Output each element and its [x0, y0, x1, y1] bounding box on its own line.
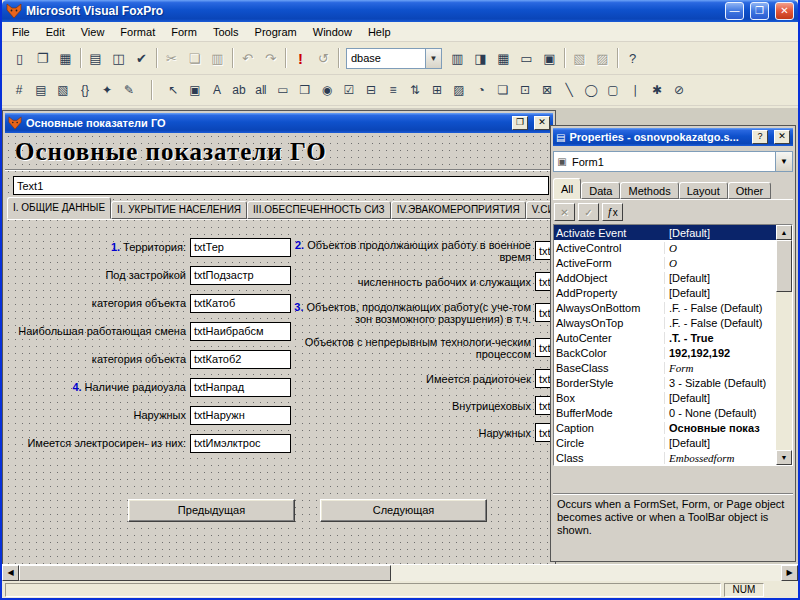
form-textbox[interactable]: txtНаибрабсм — [190, 322, 291, 341]
button-lock-button[interactable]: ⊘ — [668, 79, 690, 101]
control-button[interactable] — [140, 79, 162, 101]
command-window-button[interactable]: ▭ — [515, 47, 538, 70]
close-button[interactable]: ✕ — [775, 2, 794, 20]
previous-page-button[interactable]: Предыдущая — [128, 499, 295, 522]
property-grid-scrollbar[interactable]: ▲ ▼ — [776, 225, 792, 465]
menu-item[interactable]: Format — [112, 24, 163, 40]
form-textbox[interactable]: txtПодзастр — [190, 266, 291, 285]
editbox-control-button[interactable]: a‖ — [250, 79, 272, 101]
menu-item[interactable]: View — [73, 24, 113, 40]
accept-value-button[interactable]: ✓ — [578, 203, 599, 221]
toolbar-button[interactable] — [561, 47, 568, 70]
line-control-button[interactable]: ╲ — [558, 79, 580, 101]
activex-control-button[interactable]: ⊡ — [514, 79, 536, 101]
label-control-button[interactable]: A — [206, 79, 228, 101]
document-view-button[interactable]: ▣ — [538, 47, 561, 70]
menu-item[interactable]: Tools — [205, 24, 247, 40]
property-row[interactable]: BorderStyle 3 - Sizable (Default) — [554, 375, 776, 390]
horizontal-scrollbar[interactable]: ◀ ▶ — [2, 564, 798, 581]
select-pointer-button[interactable]: ↖ — [162, 79, 184, 101]
property-row[interactable]: Circle [Default] — [554, 435, 776, 450]
builder-lock-button[interactable]: ✱ — [646, 79, 668, 101]
database-combobox[interactable]: dbase ▼ — [346, 48, 442, 69]
property-row[interactable]: ActiveControl O — [554, 240, 776, 255]
commandgroup-control-button[interactable]: ❒ — [294, 79, 316, 101]
cut-button[interactable]: ✂ — [160, 47, 183, 70]
properties-help-button[interactable]: ? — [752, 130, 768, 144]
property-row[interactable]: Activate Event [Default] — [554, 225, 776, 240]
properties-tab[interactable]: Methods — [620, 182, 678, 199]
property-row[interactable]: AutoCenter .T. - True — [554, 330, 776, 345]
property-row[interactable]: AlwaysOnTop .F. - False (Default) — [554, 315, 776, 330]
property-row[interactable]: Caption Основные показ — [554, 420, 776, 435]
copy-button[interactable]: ❏ — [183, 47, 206, 70]
revert-button[interactable]: ↺ — [312, 47, 335, 70]
toolbar-button[interactable] — [614, 47, 621, 70]
form-tab[interactable]: I. ОБЩИЕ ДАННЫЕ — [7, 197, 111, 219]
form-textbox[interactable]: txtНапрад — [190, 378, 291, 397]
run-button[interactable]: ! — [289, 47, 312, 70]
menu-item[interactable]: Help — [360, 24, 399, 40]
grid-lines-button[interactable]: # — [8, 79, 30, 101]
spelling-button[interactable]: ✔ — [130, 47, 153, 70]
shape-control-button[interactable]: ◯ — [580, 79, 602, 101]
new-button[interactable]: ▯ — [8, 47, 31, 70]
menu-item[interactable]: Edit — [38, 24, 73, 40]
form-textbox[interactable]: txtНаружн — [190, 406, 291, 425]
scrollbar-thumb[interactable] — [19, 565, 391, 581]
app-titlebar[interactable]: Microsoft Visual FoxPro — ❐ ✕ — [2, 0, 798, 22]
menu-item[interactable]: File — [4, 24, 38, 40]
properties-tab[interactable]: Data — [581, 182, 620, 199]
form-heading-label[interactable]: Основные показатели ГО — [5, 133, 553, 169]
scroll-up-button[interactable]: ▲ — [776, 225, 792, 240]
cancel-value-button[interactable]: ✕ — [554, 203, 575, 221]
form-textbox[interactable]: txtКатоб2 — [190, 350, 291, 369]
chevron-down-icon[interactable]: ▼ — [775, 152, 792, 171]
properties-tab[interactable]: All — [553, 178, 581, 199]
browse-button[interactable]: ▦ — [492, 47, 515, 70]
container-control-button[interactable]: ▢ — [602, 79, 624, 101]
properties-window-button[interactable]: ▧ — [52, 79, 74, 101]
scroll-down-button[interactable]: ▼ — [776, 450, 792, 465]
textbox-control-button[interactable]: ab — [228, 79, 250, 101]
property-row[interactable]: BackColor 192,192,192 — [554, 345, 776, 360]
maximize-button[interactable]: ❐ — [750, 2, 769, 20]
expression-builder-button[interactable]: ƒx — [602, 203, 623, 221]
view-classes-button[interactable]: ▣ — [184, 79, 206, 101]
menu-item[interactable]: Form — [163, 24, 205, 40]
form-textbox[interactable]: txtТер — [190, 238, 291, 257]
form-close-button[interactable]: ✕ — [534, 116, 550, 130]
form-tab[interactable]: IV.ЭВАКОМЕРОПРИЯТИЯ — [391, 201, 526, 219]
toolbar-button[interactable] — [282, 47, 289, 70]
property-row[interactable]: ActiveForm O — [554, 255, 776, 270]
timer-control-button[interactable]: ◔ — [470, 79, 492, 101]
properties-tab[interactable]: Layout — [679, 182, 728, 199]
form-textbox[interactable]: txtИмэлктрос — [190, 434, 291, 453]
property-row[interactable]: AddProperty [Default] — [554, 285, 776, 300]
open-button[interactable]: ❐ — [31, 47, 54, 70]
text1-textbox[interactable]: Text1 — [13, 176, 549, 195]
undo-button[interactable]: ↶ — [236, 47, 259, 70]
commandbutton-control-button[interactable]: ▭ — [272, 79, 294, 101]
scrollbar-thumb[interactable] — [776, 240, 792, 292]
redo-button[interactable]: ↷ — [259, 47, 282, 70]
properties-close-button[interactable]: ✕ — [774, 130, 790, 144]
toolbar-button[interactable] — [335, 47, 342, 70]
image-control-button[interactable]: ▨ — [448, 79, 470, 101]
property-row[interactable]: BufferMode 0 - None (Default) — [554, 405, 776, 420]
spinner-control-button[interactable]: ⇅ — [404, 79, 426, 101]
view-window-button[interactable]: ◨ — [469, 47, 492, 70]
menu-item[interactable]: Program — [247, 24, 305, 40]
combobox-control-button[interactable]: ⊟ — [360, 79, 382, 101]
property-row[interactable]: BaseClass Form — [554, 360, 776, 375]
toolbar-button[interactable] — [77, 47, 84, 70]
properties-tab[interactable]: Other — [728, 182, 772, 199]
minimize-button[interactable]: — — [725, 2, 744, 20]
property-row[interactable]: AddObject [Default] — [554, 270, 776, 285]
activex-bound-control-button[interactable]: ⊠ — [536, 79, 558, 101]
data-session-button[interactable]: ▥ — [446, 47, 469, 70]
property-row[interactable]: Class Embossedform — [554, 450, 776, 465]
form-design-surface[interactable]: Основные показатели ГО Text1 I. ОБЩИЕ ДА… — [5, 133, 553, 565]
paste-button[interactable]: ▥ — [206, 47, 229, 70]
code-window-button[interactable]: {} — [74, 79, 96, 101]
